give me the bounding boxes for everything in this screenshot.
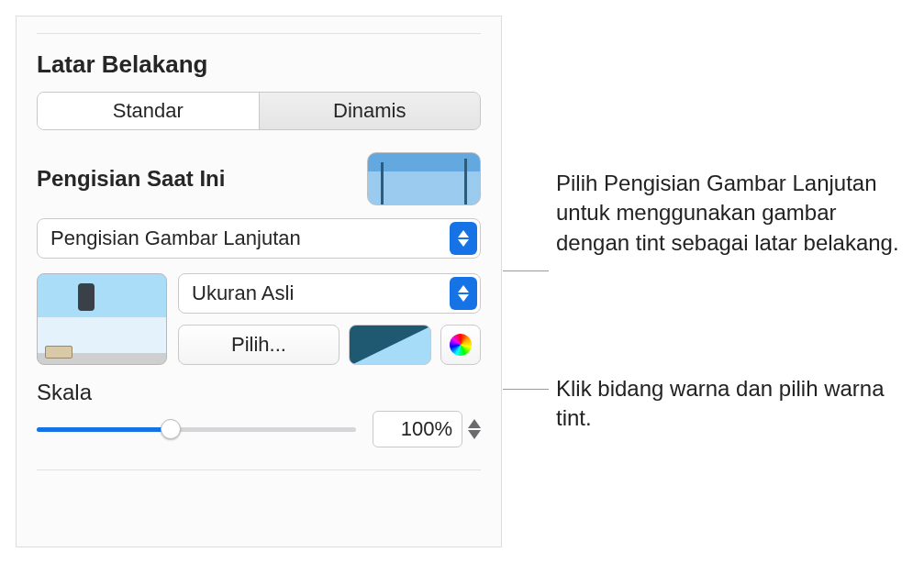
tab-standard[interactable]: Standar (38, 93, 259, 129)
slider-fill (37, 427, 171, 432)
svg-marker-5 (468, 430, 481, 439)
scale-value: 100% (401, 417, 452, 441)
stepper-arrows (468, 419, 481, 439)
image-thumbnail[interactable] (37, 273, 167, 365)
callout-fill-type: Pilih Pengisian Gambar Lanjutan untuk me… (556, 169, 914, 258)
tab-dynamic[interactable]: Dinamis (259, 93, 481, 129)
current-fill-label: Pengisian Saat Ini (37, 166, 225, 192)
choose-image-label: Pilih... (231, 333, 286, 357)
image-config-row: Ukuran Asli Pilih... (37, 273, 481, 365)
slider-thumb[interactable] (161, 419, 181, 439)
current-fill-preview[interactable] (367, 152, 481, 205)
fill-type-value: Pengisian Gambar Lanjutan (50, 226, 301, 250)
choose-image-button[interactable]: Pilih... (178, 325, 340, 365)
tab-dynamic-label: Dinamis (333, 99, 406, 123)
color-picker-button[interactable] (440, 325, 481, 365)
scale-row: 100% (37, 411, 481, 447)
stepper-down-icon[interactable] (468, 430, 481, 439)
size-mode-value: Ukuran Asli (192, 282, 294, 305)
background-mode-segmented: Standar Dinamis (37, 92, 481, 130)
tint-color-well[interactable] (349, 325, 431, 365)
stepper-up-icon[interactable] (468, 419, 481, 428)
scale-label: Skala (37, 380, 481, 405)
scale-value-field[interactable]: 100% (373, 411, 462, 447)
scale-stepper: 100% (373, 411, 481, 447)
svg-marker-2 (458, 285, 469, 293)
tab-standard-label: Standar (113, 99, 184, 123)
divider-top (37, 33, 481, 34)
scale-slider[interactable] (37, 415, 356, 443)
image-config-stack: Ukuran Asli Pilih... (178, 273, 481, 365)
color-wheel-icon (450, 334, 472, 356)
svg-marker-0 (458, 230, 469, 237)
section-title-background: Latar Belakang (37, 50, 481, 79)
svg-marker-3 (458, 294, 469, 302)
callout-leader-2 (503, 389, 549, 390)
fill-type-popup[interactable]: Pengisian Gambar Lanjutan (37, 218, 481, 259)
divider-bottom (37, 469, 481, 470)
callout-leader-1 (503, 270, 549, 271)
chevron-updown-icon (450, 277, 477, 310)
callout-color-well: Klik bidang warna dan pilih warna tint. (556, 374, 914, 434)
chevron-updown-icon (450, 222, 477, 255)
svg-marker-1 (458, 239, 469, 247)
size-mode-popup[interactable]: Ukuran Asli (178, 273, 481, 314)
background-panel: Latar Belakang Standar Dinamis Pengisian… (16, 16, 502, 547)
choose-and-color-row: Pilih... (178, 325, 481, 365)
current-fill-row: Pengisian Saat Ini (37, 152, 481, 205)
svg-marker-4 (468, 419, 481, 428)
